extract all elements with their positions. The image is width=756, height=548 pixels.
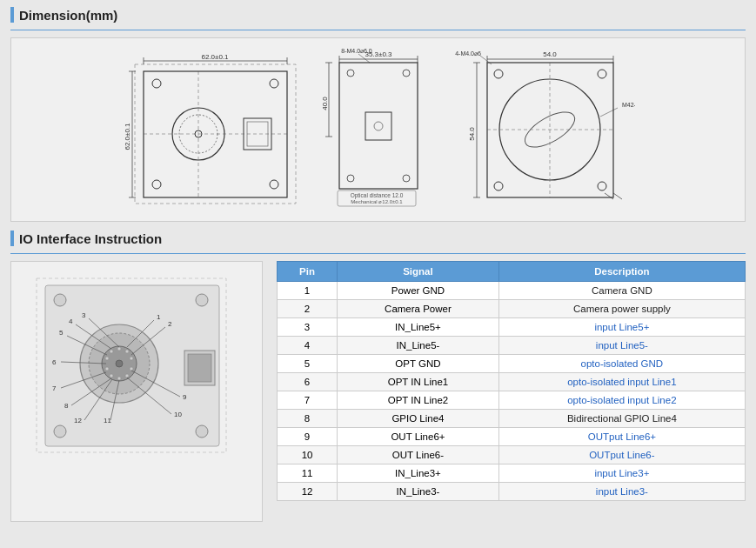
cell-signal: OUT Line6+ xyxy=(338,428,499,446)
cell-description: Camera GND xyxy=(498,282,745,300)
svg-point-83 xyxy=(110,350,113,353)
io-title: IO Interface Instruction xyxy=(19,231,162,246)
cell-signal: OPT IN Line1 xyxy=(338,373,499,391)
cell-signal: OPT IN Line2 xyxy=(338,391,499,410)
svg-text:11: 11 xyxy=(104,417,111,424)
svg-line-62 xyxy=(605,193,613,199)
cell-signal: Camera Power xyxy=(338,300,499,318)
cell-description: opto-isolated input Line1 xyxy=(498,373,745,391)
table-row: 10OUT Line6-OUTput Line6- xyxy=(278,446,746,464)
cell-signal: OUT Line6- xyxy=(338,446,499,464)
svg-point-75 xyxy=(125,350,129,353)
svg-text:M42-⌀76: M42-⌀76 xyxy=(622,102,635,108)
svg-text:40.0: 40.0 xyxy=(322,97,329,110)
io-title-bar-accent xyxy=(10,231,14,246)
back-view-svg: 54.0 4-M4.0⌀6 54.0 M42-⌀76 xyxy=(444,47,635,212)
svg-text:62.0±0.1: 62.0±0.1 xyxy=(201,53,229,61)
svg-point-53 xyxy=(598,70,606,78)
svg-line-58 xyxy=(600,108,618,117)
table-row: 3IN_Line5+input Line5+ xyxy=(278,318,746,337)
svg-rect-85 xyxy=(188,354,211,382)
svg-point-37 xyxy=(374,122,383,130)
cell-pin: 6 xyxy=(278,373,338,391)
table-row: 7OPT IN Line2opto-isolated input Line2 xyxy=(278,391,746,410)
cell-description: OUTput Line6+ xyxy=(498,428,745,446)
cell-pin: 4 xyxy=(278,337,338,355)
table-row: 8GPIO Line4Bidirectional GPIO Line4 xyxy=(278,410,746,428)
cell-signal: Power GND xyxy=(338,282,499,300)
svg-text:Optical distance 12.0: Optical distance 12.0 xyxy=(350,192,403,199)
cell-description: opto-isolated input Line2 xyxy=(498,391,745,410)
svg-point-13 xyxy=(270,180,278,189)
front-view-svg: 62.0±0.1 62.0±0.1 xyxy=(122,47,313,212)
table-row: 12IN_Line3-input Line3- xyxy=(278,483,746,501)
io-camera-image: 1 2 3 4 5 6 7 8 xyxy=(10,261,263,522)
col-header-pin: Pin xyxy=(278,262,338,282)
cell-pin: 9 xyxy=(278,428,338,446)
dimension-section: Dimension(mm) 62.0±0.1 62.0±0.1 xyxy=(0,0,756,227)
svg-point-55 xyxy=(598,182,606,190)
cell-description: OUTput Line6- xyxy=(498,446,745,464)
svg-point-68 xyxy=(54,425,66,438)
cell-description: input Line5- xyxy=(498,337,745,355)
svg-line-63 xyxy=(613,193,622,199)
svg-point-80 xyxy=(110,374,113,378)
cell-signal: GPIO Line4 xyxy=(338,410,499,428)
svg-text:8-M4.0⌀6.0: 8-M4.0⌀6.0 xyxy=(341,48,372,54)
cell-signal: IN_Line5+ xyxy=(338,318,499,337)
svg-point-54 xyxy=(494,182,503,190)
svg-point-67 xyxy=(196,294,208,306)
cell-description: Bidirectional GPIO Line4 xyxy=(498,410,745,428)
table-row: 2Camera PowerCamera power supply xyxy=(278,300,746,318)
svg-point-34 xyxy=(347,175,354,182)
cell-pin: 5 xyxy=(278,355,338,373)
table-header-row: Pin Signal Description xyxy=(278,262,746,282)
cell-signal: IN_Line3- xyxy=(338,483,499,501)
dimension-title: Dimension(mm) xyxy=(19,8,117,23)
cell-signal: IN_Line5- xyxy=(338,337,499,355)
svg-point-69 xyxy=(196,425,208,438)
table-row: 5OPT GNDopto-isolated GND xyxy=(278,355,746,373)
svg-text:3: 3 xyxy=(82,311,86,319)
title-bar-accent xyxy=(10,7,14,23)
io-diagram-svg: 1 2 3 4 5 6 7 8 xyxy=(19,268,254,516)
svg-text:54.0: 54.0 xyxy=(468,127,476,141)
table-row: 4IN_Line5-input Line5- xyxy=(278,337,746,355)
io-content-area: 1 2 3 4 5 6 7 8 xyxy=(10,261,746,522)
svg-point-35 xyxy=(403,175,410,182)
col-header-description: Description xyxy=(498,262,745,282)
svg-point-76 xyxy=(130,357,133,360)
cell-pin: 3 xyxy=(278,318,338,337)
svg-point-10 xyxy=(152,79,161,88)
dimension-drawings-area: 62.0±0.1 62.0±0.1 xyxy=(10,37,746,222)
io-title-row: IO Interface Instruction xyxy=(10,231,746,246)
svg-rect-1 xyxy=(144,71,287,197)
cell-pin: 8 xyxy=(278,410,338,428)
col-header-signal: Signal xyxy=(338,262,499,282)
svg-point-12 xyxy=(152,180,161,189)
io-table: Pin Signal Description 1Power GNDCamera … xyxy=(277,261,746,501)
cell-signal: IN_Line3+ xyxy=(338,464,499,483)
svg-text:Mechanical ⌀12.0±0.1: Mechanical ⌀12.0±0.1 xyxy=(351,199,403,204)
svg-rect-25 xyxy=(339,63,418,189)
svg-rect-47 xyxy=(487,63,613,197)
svg-point-73 xyxy=(116,360,123,367)
svg-text:62.0±0.1: 62.0±0.1 xyxy=(124,123,131,150)
svg-point-74 xyxy=(117,347,121,351)
cell-signal: OPT GND xyxy=(338,355,499,373)
svg-point-82 xyxy=(105,357,109,360)
svg-point-79 xyxy=(117,377,121,380)
svg-point-81 xyxy=(105,367,109,371)
io-section: IO Interface Instruction xyxy=(0,227,756,531)
table-row: 6OPT IN Line1opto-isolated input Line1 xyxy=(278,373,746,391)
table-row: 9OUT Line6+OUTput Line6+ xyxy=(278,428,746,446)
svg-text:4: 4 xyxy=(69,317,73,325)
svg-point-33 xyxy=(403,70,410,77)
svg-text:6: 6 xyxy=(52,358,57,366)
cell-pin: 1 xyxy=(278,282,338,300)
io-table-container: Pin Signal Description 1Power GNDCamera … xyxy=(277,261,746,501)
table-row: 11IN_Line3+input Line3+ xyxy=(278,464,746,483)
io-divider xyxy=(10,253,746,254)
table-row: 1Power GNDCamera GND xyxy=(278,282,746,300)
svg-text:8: 8 xyxy=(64,402,69,410)
